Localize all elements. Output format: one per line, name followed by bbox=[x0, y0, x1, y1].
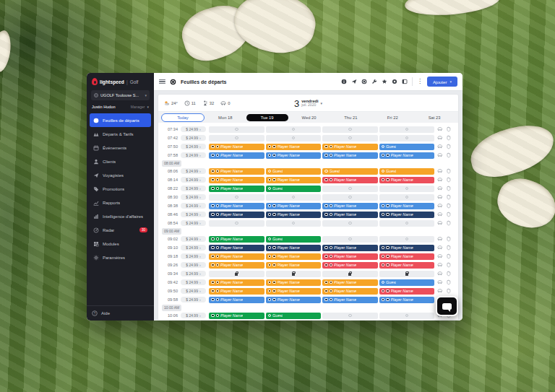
sidebar-item-modules[interactable]: Modules bbox=[90, 237, 151, 251]
cart-icon[interactable] bbox=[437, 152, 443, 158]
kebab-menu-icon[interactable]: ⋮ bbox=[417, 79, 423, 84]
player-slot[interactable]: Player Name bbox=[322, 288, 378, 295]
star-icon[interactable] bbox=[382, 79, 387, 84]
empty-slot[interactable] bbox=[379, 236, 435, 243]
player-slot[interactable]: Player Name bbox=[266, 177, 322, 183]
user-menu[interactable]: Justin Hudon Manager ▾ bbox=[87, 102, 154, 111]
player-slot[interactable]: Player Name bbox=[209, 279, 264, 286]
player-slot[interactable]: Player Name bbox=[209, 186, 264, 192]
cart-icon[interactable] bbox=[437, 245, 443, 251]
player-slot[interactable]: Player Name bbox=[209, 144, 264, 150]
empty-slot[interactable] bbox=[379, 135, 435, 141]
player-slot[interactable]: Player Name bbox=[209, 152, 264, 159]
player-slot[interactable]: Player Name bbox=[379, 212, 435, 218]
hand-icon[interactable] bbox=[446, 126, 452, 132]
player-slot[interactable]: Player Name bbox=[209, 177, 264, 183]
price-pill[interactable]: $ 24.99› bbox=[181, 288, 206, 295]
hand-icon[interactable] bbox=[446, 288, 452, 294]
player-slot[interactable]: Player Name bbox=[322, 245, 378, 251]
sidebar-item-feuilles-de-departs[interactable]: Feuilles de départs bbox=[90, 113, 151, 127]
player-slot[interactable]: Player Name bbox=[209, 245, 264, 251]
sidebar-item-clients[interactable]: Clients bbox=[90, 154, 151, 168]
sidebar-item-voyagistes[interactable]: Voyagistes bbox=[90, 168, 151, 182]
empty-slot[interactable] bbox=[266, 135, 322, 141]
hand-icon[interactable] bbox=[446, 194, 452, 200]
settings-icon[interactable] bbox=[392, 79, 397, 84]
sidebar-item-intelligence-daffaires[interactable]: Intelligence d'affaires bbox=[90, 209, 151, 223]
empty-slot[interactable] bbox=[379, 186, 435, 192]
player-slot[interactable]: Player Name bbox=[266, 212, 322, 218]
sidebar-item-radar[interactable]: Radar30 bbox=[90, 223, 151, 237]
sidebar-item-promotions[interactable]: Promotions bbox=[90, 182, 151, 196]
price-pill[interactable]: $ 24.99› bbox=[181, 236, 206, 243]
cart-icon[interactable] bbox=[437, 253, 443, 259]
guest-slot[interactable]: Guest bbox=[266, 236, 322, 243]
wrench-icon[interactable] bbox=[371, 79, 377, 84]
hand-icon[interactable] bbox=[446, 135, 452, 141]
player-slot[interactable]: Player Name bbox=[266, 279, 322, 286]
cart-icon[interactable] bbox=[437, 220, 443, 226]
chat-widget-button[interactable] bbox=[436, 296, 458, 316]
guest-slot[interactable]: Guest bbox=[379, 144, 435, 150]
empty-slot[interactable] bbox=[322, 220, 378, 227]
price-pill[interactable]: $ 24.99› bbox=[181, 297, 206, 303]
locked-slot[interactable] bbox=[379, 271, 435, 277]
cart-icon[interactable] bbox=[437, 288, 443, 294]
player-slot[interactable]: Player Name bbox=[209, 253, 264, 260]
empty-slot[interactable] bbox=[209, 126, 264, 133]
hand-icon[interactable] bbox=[446, 186, 452, 191]
tab-mon-18[interactable]: Mon 18 bbox=[205, 116, 246, 120]
player-slot[interactable]: Player Name bbox=[209, 203, 264, 209]
price-pill[interactable]: $ 24.99› bbox=[181, 168, 206, 175]
empty-slot[interactable] bbox=[379, 126, 435, 133]
guest-slot[interactable]: Guest bbox=[379, 279, 435, 286]
empty-slot[interactable] bbox=[322, 126, 378, 133]
sidebar-item-aide[interactable]: ? Aide bbox=[87, 305, 154, 321]
date-selector[interactable]: 3 vendredi juil. 2020 ▾ bbox=[294, 97, 322, 108]
cart-icon[interactable] bbox=[437, 279, 443, 285]
player-slot[interactable]: Player Name bbox=[322, 177, 378, 183]
hand-icon[interactable] bbox=[446, 168, 452, 174]
locked-slot[interactable] bbox=[209, 271, 264, 277]
player-slot[interactable]: Player Name bbox=[266, 144, 322, 150]
target-icon[interactable] bbox=[361, 79, 367, 84]
player-slot[interactable]: Player Name bbox=[322, 279, 378, 286]
tab-today[interactable]: Today bbox=[161, 113, 205, 122]
price-pill[interactable]: $ 24.99› bbox=[181, 253, 206, 260]
player-slot[interactable]: Player Name bbox=[209, 168, 264, 175]
player-slot[interactable]: Player Name bbox=[266, 253, 322, 260]
player-slot[interactable]: Player Name bbox=[379, 152, 435, 159]
sidebar-item-departs-tarifs[interactable]: Départs & Tarifs bbox=[90, 127, 151, 141]
empty-slot[interactable] bbox=[379, 220, 435, 227]
empty-slot[interactable] bbox=[209, 194, 264, 201]
sidebar-item-rapports[interactable]: Rapports bbox=[90, 196, 151, 209]
tab-wed-20[interactable]: Wed 20 bbox=[288, 116, 330, 120]
player-slot[interactable]: Player Name bbox=[379, 245, 435, 251]
hand-icon[interactable] bbox=[446, 220, 452, 226]
cart-icon[interactable] bbox=[437, 194, 443, 200]
player-slot[interactable]: Player Name bbox=[209, 262, 264, 269]
price-pill[interactable]: $ 24.99› bbox=[181, 144, 206, 150]
empty-slot[interactable] bbox=[209, 135, 264, 141]
hand-icon[interactable] bbox=[446, 177, 452, 183]
player-slot[interactable]: Player Name bbox=[266, 262, 322, 269]
player-slot[interactable]: Player Name bbox=[266, 288, 322, 295]
guest-slot[interactable]: Guest bbox=[379, 168, 435, 175]
cart-icon[interactable] bbox=[437, 271, 443, 276]
player-slot[interactable]: Player Name bbox=[266, 297, 322, 303]
cart-icon[interactable] bbox=[437, 126, 443, 132]
cart-icon[interactable] bbox=[437, 168, 443, 174]
guest-slot[interactable]: Guest bbox=[266, 313, 322, 319]
empty-slot[interactable] bbox=[379, 313, 435, 319]
cart-icon[interactable] bbox=[437, 236, 443, 242]
hand-icon[interactable] bbox=[446, 262, 452, 268]
price-pill[interactable]: $ 24.99› bbox=[181, 279, 206, 286]
locked-slot[interactable] bbox=[266, 271, 322, 277]
empty-slot[interactable] bbox=[209, 220, 264, 227]
player-slot[interactable]: Player Name bbox=[266, 245, 322, 251]
player-slot[interactable]: Player Name bbox=[209, 288, 264, 295]
cart-icon[interactable] bbox=[437, 186, 443, 191]
tab-thu-21[interactable]: Thu 21 bbox=[330, 116, 371, 120]
cart-icon[interactable] bbox=[437, 144, 443, 149]
hand-icon[interactable] bbox=[446, 279, 452, 285]
